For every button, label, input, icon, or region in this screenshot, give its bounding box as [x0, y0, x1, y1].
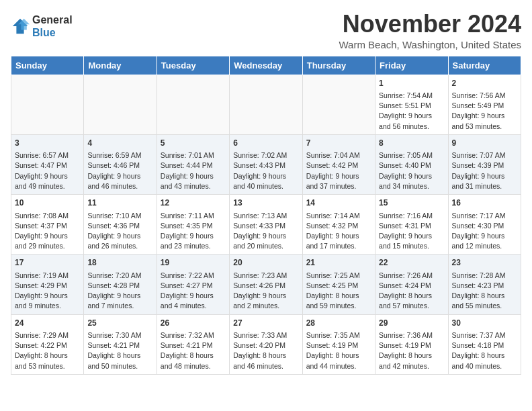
title-block: November 2024 Warm Beach, Washington, Un… [339, 11, 521, 50]
day-info-line: Sunset: 4:31 PM [379, 221, 444, 231]
day-info-line: and 26 minutes. [87, 241, 152, 251]
calendar-cell: 8Sunrise: 7:05 AMSunset: 4:40 PMDaylight… [375, 134, 448, 194]
day-number: 18 [87, 257, 152, 269]
weekday-header-saturday: Saturday [448, 56, 521, 75]
day-info-line: and 40 minutes. [452, 361, 517, 371]
day-info-line: Sunset: 4:19 PM [379, 340, 444, 351]
day-info-line: and 43 minutes. [161, 181, 226, 191]
day-info-line: and 20 minutes. [233, 241, 298, 251]
logo-text: General Blue [32, 13, 73, 39]
day-info-line: Daylight: 9 hours [379, 231, 444, 241]
day-info-line: Daylight: 9 hours [306, 171, 371, 181]
day-info-line: and 37 minutes. [306, 181, 371, 191]
calendar-cell [84, 75, 157, 134]
day-info-line: Daylight: 8 hours [161, 351, 226, 361]
logo: General Blue [11, 13, 73, 39]
calendar-cell: 15Sunrise: 7:16 AMSunset: 4:31 PMDayligh… [375, 195, 448, 255]
day-info-line: Daylight: 9 hours [233, 171, 298, 181]
day-info-line: and 55 minutes. [452, 301, 517, 311]
day-info-line: Sunrise: 7:23 AM [233, 271, 298, 281]
day-info-line: Daylight: 8 hours [452, 351, 517, 361]
logo-icon [11, 17, 30, 36]
day-info-line: Daylight: 9 hours [161, 231, 226, 241]
day-info-line: and 17 minutes. [306, 241, 371, 251]
day-info-line: Sunset: 4:40 PM [379, 161, 444, 171]
day-number: 7 [306, 138, 371, 149]
calendar-cell: 17Sunrise: 7:19 AMSunset: 4:29 PMDayligh… [11, 255, 84, 314]
day-info-line: and 44 minutes. [306, 361, 371, 371]
day-info-line: Sunrise: 7:05 AM [379, 150, 444, 161]
day-info-line: Sunrise: 7:56 AM [452, 91, 517, 101]
day-info-line: Sunrise: 7:04 AM [306, 150, 371, 161]
day-info-line: Daylight: 8 hours [15, 351, 80, 361]
day-info-line: Sunrise: 7:16 AM [379, 211, 444, 221]
day-info-line: Daylight: 9 hours [87, 171, 152, 181]
day-info-line: Daylight: 9 hours [379, 171, 444, 181]
day-info-line: Daylight: 8 hours [87, 351, 152, 361]
day-number: 11 [87, 197, 152, 209]
calendar-week-row: 24Sunrise: 7:29 AMSunset: 4:22 PMDayligh… [11, 314, 521, 374]
day-info-line: and 42 minutes. [379, 361, 444, 371]
calendar-cell: 21Sunrise: 7:25 AMSunset: 4:25 PMDayligh… [302, 255, 375, 314]
day-info-line: Sunrise: 7:08 AM [15, 211, 80, 221]
location: Warm Beach, Washington, United States [339, 39, 521, 50]
day-info-line: Daylight: 9 hours [15, 171, 80, 181]
calendar-week-row: 17Sunrise: 7:19 AMSunset: 4:29 PMDayligh… [11, 255, 521, 314]
calendar-cell: 20Sunrise: 7:23 AMSunset: 4:26 PMDayligh… [230, 255, 302, 314]
day-info-line: and 48 minutes. [161, 361, 226, 371]
calendar-cell: 11Sunrise: 7:10 AMSunset: 4:36 PMDayligh… [84, 195, 157, 255]
calendar-cell: 5Sunrise: 7:01 AMSunset: 4:44 PMDaylight… [157, 134, 229, 194]
day-number: 25 [87, 318, 152, 329]
day-number: 5 [161, 138, 226, 149]
day-info-line: Sunrise: 7:22 AM [161, 271, 226, 281]
day-info-line: Sunset: 4:20 PM [233, 340, 298, 351]
day-info-line: and 7 minutes. [87, 301, 152, 311]
calendar-cell: 6Sunrise: 7:02 AMSunset: 4:43 PMDaylight… [230, 134, 302, 194]
day-info-line: Sunset: 4:39 PM [452, 161, 517, 171]
day-info-line: Sunset: 4:37 PM [15, 221, 80, 231]
day-info-line: Daylight: 9 hours [87, 231, 152, 241]
day-info-line: Sunrise: 6:59 AM [87, 150, 152, 161]
day-info-line: Sunrise: 7:28 AM [452, 271, 517, 281]
day-number: 3 [15, 138, 80, 149]
calendar-cell: 7Sunrise: 7:04 AMSunset: 4:42 PMDaylight… [302, 134, 375, 194]
day-info-line: Sunrise: 7:02 AM [233, 150, 298, 161]
day-info-line: Sunrise: 7:14 AM [306, 211, 371, 221]
day-info-line: and 46 minutes. [233, 361, 298, 371]
day-number: 4 [87, 138, 152, 149]
day-info-line: and 57 minutes. [379, 301, 444, 311]
weekday-header-sunday: Sunday [11, 56, 84, 75]
day-info-line: Daylight: 9 hours [379, 111, 444, 121]
day-info-line: Sunrise: 7:33 AM [233, 330, 298, 340]
day-info-line: Sunrise: 7:10 AM [87, 211, 152, 221]
day-info-line: Sunset: 4:29 PM [15, 281, 80, 291]
day-info-line: Sunrise: 7:32 AM [161, 330, 226, 340]
calendar-cell: 22Sunrise: 7:26 AMSunset: 4:24 PMDayligh… [375, 255, 448, 314]
day-info-line: Daylight: 8 hours [306, 351, 371, 361]
day-info-line: Daylight: 9 hours [452, 231, 517, 241]
day-number: 14 [306, 197, 371, 209]
day-number: 1 [379, 78, 444, 89]
month-title: November 2024 [339, 11, 521, 38]
page-header: General Blue November 2024 Warm Beach, W… [11, 11, 521, 50]
calendar-cell: 3Sunrise: 6:57 AMSunset: 4:47 PMDaylight… [11, 134, 84, 194]
day-info-line: and 40 minutes. [233, 181, 298, 191]
weekday-header-wednesday: Wednesday [230, 56, 302, 75]
calendar-cell: 25Sunrise: 7:30 AMSunset: 4:21 PMDayligh… [84, 314, 157, 374]
day-info-line: Sunrise: 7:35 AM [306, 330, 371, 340]
day-info-line: Sunset: 4:43 PM [233, 161, 298, 171]
day-info-line: Daylight: 9 hours [15, 291, 80, 301]
day-number: 22 [379, 257, 444, 269]
day-number: 28 [306, 318, 371, 329]
calendar-cell: 9Sunrise: 7:07 AMSunset: 4:39 PMDaylight… [448, 134, 521, 194]
day-info-line: Daylight: 9 hours [161, 291, 226, 301]
day-number: 17 [15, 257, 80, 269]
day-number: 30 [452, 318, 517, 329]
day-info-line: Sunset: 5:51 PM [379, 101, 444, 111]
calendar-week-row: 1Sunrise: 7:54 AMSunset: 5:51 PMDaylight… [11, 75, 521, 134]
day-info-line: Sunset: 4:21 PM [87, 340, 152, 351]
logo-blue: Blue [32, 27, 56, 38]
day-info-line: Sunrise: 7:19 AM [15, 271, 80, 281]
calendar-cell: 18Sunrise: 7:20 AMSunset: 4:28 PMDayligh… [84, 255, 157, 314]
day-info-line: Sunset: 4:21 PM [161, 340, 226, 351]
